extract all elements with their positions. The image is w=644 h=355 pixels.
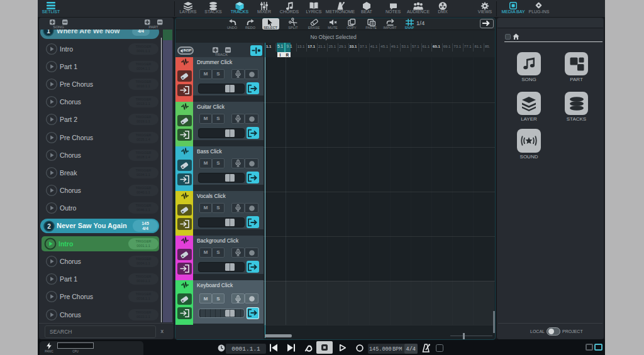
svg-text:2: 2 — [47, 222, 51, 229]
